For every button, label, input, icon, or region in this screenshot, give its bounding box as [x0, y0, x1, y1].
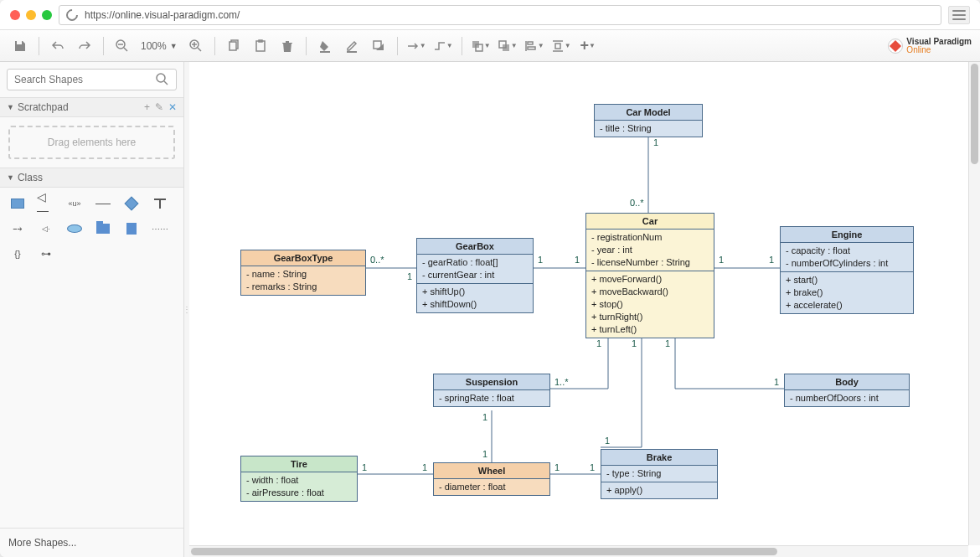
- reload-icon[interactable]: [64, 7, 80, 23]
- distribute-button[interactable]: ▼: [549, 34, 573, 58]
- scratchpad-header[interactable]: ▼ Scratchpad + ✎ ✕: [0, 97, 183, 117]
- mult-label: 1: [774, 377, 779, 387]
- menu-button[interactable]: [948, 6, 970, 24]
- more-shapes-link[interactable]: More Shapes...: [0, 528, 183, 557]
- class-gearbox[interactable]: GearBox - gearRatio : float[] - currentG…: [416, 238, 534, 313]
- url-text: https://online.visual-paradigm.com/: [85, 9, 240, 21]
- fill-color-button[interactable]: [313, 34, 337, 58]
- scrollbar-thumb[interactable]: [191, 548, 777, 555]
- dashed-line-shape[interactable]: ⋯⋯: [151, 221, 169, 236]
- chevron-down-icon: ▼: [7, 173, 14, 182]
- zoom-level[interactable]: 100%▼: [137, 40, 181, 52]
- class-panel-header[interactable]: ▼ Class: [0, 168, 183, 188]
- interface-shape[interactable]: [122, 196, 141, 211]
- mult-label: 1: [665, 338, 670, 348]
- delete-button[interactable]: [276, 34, 299, 58]
- waypoint-button[interactable]: ▼: [431, 34, 455, 58]
- mult-label: 1..*: [554, 377, 569, 387]
- component-shape[interactable]: [65, 221, 84, 236]
- zoom-out-button[interactable]: [111, 34, 134, 58]
- scrollbar-thumb[interactable]: [971, 64, 978, 164]
- shadow-button[interactable]: [367, 34, 390, 58]
- note-shape[interactable]: [151, 196, 169, 211]
- class-suspension[interactable]: Suspension - springRate : float: [433, 374, 550, 407]
- lollipop-shape[interactable]: ⊶: [37, 246, 55, 261]
- redo-button[interactable]: [73, 34, 96, 58]
- package-shape[interactable]: [94, 221, 112, 236]
- add-scratch-icon[interactable]: +: [144, 101, 150, 113]
- to-front-button[interactable]: ▼: [469, 34, 493, 58]
- class-tire[interactable]: Tire - width : float - airPressure : flo…: [240, 456, 358, 502]
- mult-label: 0..*: [630, 198, 644, 208]
- add-button[interactable]: +▼: [576, 34, 600, 58]
- generalization-shape[interactable]: ◁—: [37, 196, 55, 211]
- paste-button[interactable]: [249, 34, 272, 58]
- svg-rect-5: [320, 51, 330, 53]
- constraint-shape[interactable]: {}: [8, 246, 27, 261]
- class-brake[interactable]: Brake - type : String + apply(): [601, 449, 718, 499]
- main-area: ▼ Scratchpad + ✎ ✕ Drag elements here ▼ …: [0, 62, 980, 557]
- mult-label: 1: [422, 462, 427, 472]
- connector-style-button[interactable]: ▼: [405, 34, 428, 58]
- class-car[interactable]: Car - registrationNum - year : int - lic…: [585, 213, 714, 338]
- toolbar: 100%▼ ▼ ▼ ▼ ▼ ▼ ▼ +▼ Visual ParadigmOnli…: [0, 30, 980, 62]
- search-input[interactable]: [14, 74, 132, 85]
- mult-label: 1: [596, 338, 601, 348]
- vp-logo-icon: [888, 39, 903, 54]
- mult-label: 1: [719, 255, 724, 265]
- class-wheel[interactable]: Wheel - diameter : float: [433, 462, 550, 496]
- maximize-window-icon[interactable]: [42, 10, 52, 20]
- chevron-down-icon: ▼: [7, 103, 14, 111]
- search-icon: [156, 73, 169, 86]
- copy-button[interactable]: [222, 34, 245, 58]
- url-bar[interactable]: https://online.visual-paradigm.com/: [59, 5, 941, 25]
- minimize-window-icon[interactable]: [26, 10, 36, 20]
- svg-point-12: [157, 74, 165, 82]
- dependency-shape[interactable]: ⤍: [8, 221, 27, 236]
- mult-label: 1: [653, 137, 658, 147]
- class-car-model[interactable]: Car Model - title : String: [594, 104, 703, 137]
- svg-rect-2: [230, 42, 236, 50]
- close-scratch-icon[interactable]: ✕: [168, 101, 177, 113]
- class-body[interactable]: Body - numberOfDoors : int: [784, 374, 910, 407]
- mult-label: 1: [538, 255, 543, 265]
- scratchpad-dropzone[interactable]: Drag elements here: [8, 126, 175, 159]
- mult-label: 1: [632, 338, 637, 348]
- undo-button[interactable]: [46, 34, 70, 58]
- mult-label: 1: [769, 255, 774, 265]
- svg-rect-6: [347, 51, 357, 53]
- to-back-button[interactable]: ▼: [496, 34, 519, 58]
- browser-bar: https://online.visual-paradigm.com/: [0, 0, 980, 30]
- sidebar: ▼ Scratchpad + ✎ ✕ Drag elements here ▼ …: [0, 62, 184, 557]
- mult-label: 1: [407, 271, 412, 281]
- class-engine[interactable]: Engine - capacity : float - numberOfCyli…: [780, 226, 914, 314]
- realization-shape[interactable]: ◁·: [37, 221, 55, 236]
- mult-label: 1: [575, 255, 580, 265]
- window-controls: [10, 10, 52, 20]
- mult-label: 1: [590, 462, 595, 472]
- save-button[interactable]: [8, 34, 32, 58]
- shape-palette: ◁— «u» ⤍ ◁· ⋯⋯ {} ⊶: [0, 188, 183, 270]
- mult-label: 1: [362, 462, 367, 472]
- class-gearboxtype[interactable]: GearBoxType - name : String - remarks : …: [240, 250, 366, 296]
- mult-label: 1: [554, 462, 560, 472]
- close-window-icon[interactable]: [10, 10, 20, 20]
- model-shape[interactable]: [122, 221, 141, 236]
- svg-rect-3: [256, 41, 265, 51]
- edit-scratch-icon[interactable]: ✎: [155, 101, 163, 113]
- zoom-in-button[interactable]: [184, 34, 208, 58]
- line-color-button[interactable]: [340, 34, 364, 58]
- vertical-scrollbar[interactable]: [968, 62, 980, 545]
- canvas[interactable]: 1 0..* 0..* 1 1 1 1 1 1 1 1 1..* 1 1 1 1…: [189, 62, 980, 557]
- mult-label: 1: [605, 436, 610, 446]
- brand-logo[interactable]: Visual ParadigmOnline: [888, 38, 972, 54]
- mult-label: 0..*: [370, 255, 384, 265]
- usage-shape[interactable]: «u»: [65, 196, 84, 211]
- horizontal-scrollbar[interactable]: [189, 545, 968, 557]
- mult-label: 1: [482, 412, 487, 422]
- association-shape[interactable]: [94, 196, 112, 211]
- search-shapes[interactable]: [7, 69, 177, 90]
- align-button[interactable]: ▼: [523, 34, 546, 58]
- class-shape[interactable]: [8, 196, 27, 211]
- mult-label: 1: [482, 449, 487, 459]
